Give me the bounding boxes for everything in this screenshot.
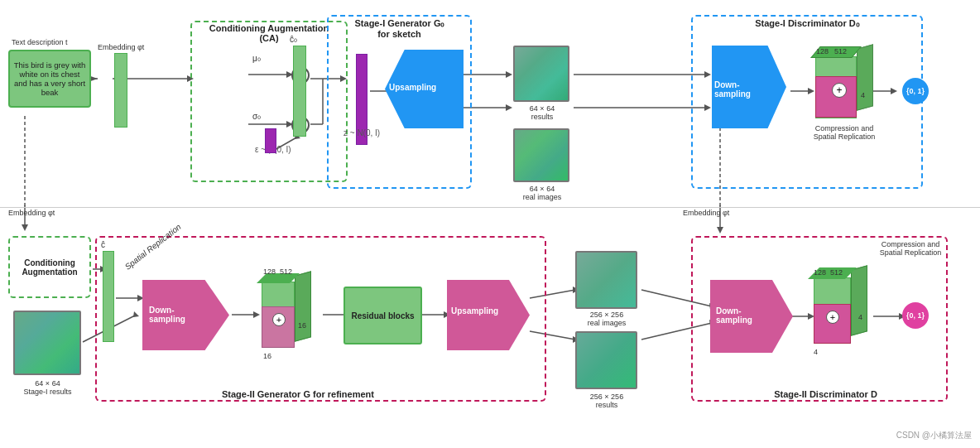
- cube-num-4-bottom-a: 4: [858, 313, 862, 321]
- num-16-b: 16: [263, 352, 271, 360]
- green-block-right-bottom: [295, 271, 311, 341]
- stage2-disc-title: Stage-II Discriminator D: [749, 389, 902, 399]
- cube-right-top: [857, 44, 873, 110]
- ca-box-bottom: Conditioning Augmentation: [8, 236, 91, 298]
- noise-bar: [265, 128, 276, 153]
- separator-line: [0, 207, 980, 208]
- downsampling-label-bottom: Down-sampling: [149, 306, 185, 324]
- downsampling-label-stage2-disc: Down-sampling: [716, 306, 752, 325]
- stage1-result-label: 64 × 64Stage-I results: [8, 379, 87, 396]
- text-description-label: Text description t: [12, 38, 68, 46]
- output-circle-bottom: {0, 1}: [902, 302, 929, 329]
- mu-label: μ₀: [252, 54, 261, 63]
- stage1-gen-title: Stage-I Generator G₀ for sketch: [331, 18, 468, 39]
- label-256-results: 256 × 256results: [569, 393, 644, 409]
- ca-box-top: [190, 21, 348, 182]
- cube-plus-bottom: +: [826, 311, 839, 324]
- watermark: CSDN @小橘算法屋: [896, 430, 972, 441]
- embedding-label-bottom-left: Embedding φt: [8, 209, 55, 217]
- img-64-results: [513, 46, 569, 102]
- cube-num-128-top: 128: [816, 47, 829, 55]
- img-64-real: [513, 128, 569, 182]
- label-64-results: 64 × 64results: [509, 104, 575, 121]
- label-256-real: 256 × 256real images: [569, 311, 644, 327]
- cube-plus-circle-top: +: [832, 83, 847, 98]
- num-512-bottom: 512: [280, 267, 292, 276]
- ca-title-top: Conditioning Augmentation (CA): [199, 23, 339, 43]
- upsampling-label-top: Upsampling: [389, 83, 436, 92]
- img-256-results: [575, 331, 637, 389]
- green-block-plus: +: [272, 313, 286, 326]
- cube-right-bottom: [851, 265, 867, 335]
- c-hat-bar-bottom: [103, 251, 114, 342]
- cube-num-4-bottom-b: 4: [814, 348, 818, 356]
- diagram-container: Text description t This bird is grey wit…: [0, 0, 980, 448]
- svg-marker-54: [717, 227, 723, 234]
- cube-num-512-bottom: 512: [830, 268, 843, 277]
- compression-label-bottom: Compression andSpatial Replication: [869, 240, 952, 257]
- svg-marker-28: [22, 224, 28, 231]
- sigma-label: σ₀: [252, 112, 261, 121]
- stage1-result-img: [13, 311, 81, 375]
- stage1-disc-title: Stage-I Discriminator D₀: [695, 18, 919, 29]
- embedding-green-bar-top: [114, 53, 127, 128]
- stage2-gen-title: Stage-II Generator G for refinement: [215, 389, 381, 399]
- cube-num-128-bottom: 128: [814, 268, 826, 277]
- num-16-a: 16: [298, 321, 306, 330]
- c-hat-label-bottom: ĉ: [101, 240, 105, 249]
- c0-hat-bar: [293, 46, 306, 137]
- downsampling-label-top: Down-sampling: [714, 80, 751, 99]
- z-label: z ~ N(0, I): [343, 128, 380, 137]
- label-64-real: 64 × 64real images: [509, 185, 575, 201]
- embedding-label-bottom-right: Embedding φt: [683, 209, 729, 217]
- cube-num-4-top: 4: [861, 91, 865, 99]
- num-128-bottom: 128: [263, 267, 276, 276]
- output-circle-top: {0, 1}: [902, 78, 929, 104]
- residual-blocks-box: Residual blocks: [343, 287, 422, 344]
- embedding-top: Embedding φt: [98, 43, 144, 128]
- compression-label-top: Compression andSpatial Replication: [807, 124, 882, 141]
- svg-marker-16: [506, 71, 512, 78]
- img-256-real: [575, 251, 637, 309]
- c0-hat-label: ĉ₀: [290, 35, 297, 44]
- text-description-box: This bird is grey with white on its ches…: [8, 50, 91, 108]
- upsampling-label-bottom: Upsampling: [451, 306, 498, 316]
- cube-num-512-top: 512: [834, 47, 847, 55]
